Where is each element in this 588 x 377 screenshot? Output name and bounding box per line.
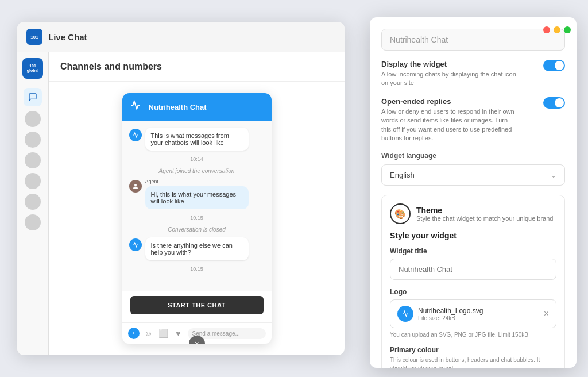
theme-card-subtitle: Style the chat widget to match your uniq… — [416, 215, 553, 222]
main-window: 101 Live Chat 101global Channels and — [17, 22, 345, 355]
open-ended-row: Open-ended replies Allow or deny end use… — [381, 97, 565, 143]
chat-emoji-icon[interactable]: ☺ — [143, 328, 154, 339]
sidebar-item-6[interactable] — [25, 214, 41, 230]
app-title: Live Chat — [48, 32, 87, 42]
logo-label: Logo — [390, 288, 556, 296]
window-minimize-button[interactable] — [554, 26, 560, 33]
display-widget-desc: Allow incoming chats by displaying the c… — [381, 70, 519, 88]
start-chat-button[interactable]: START THE CHAT — [130, 296, 264, 314]
widget-title-input[interactable] — [390, 259, 556, 280]
system-message-2: Conversation is closed — [129, 226, 265, 233]
page-body: Nutrihealth Chat This is what messages f… — [49, 82, 345, 355]
window-controls — [543, 26, 571, 33]
svg-point-0 — [134, 184, 137, 186]
agent-message-time: 10:15 — [129, 215, 265, 221]
bot-bubble-2: Is there anything else we can help you w… — [145, 237, 249, 260]
page-area: Channels and numbers Nutrihealth Chat — [49, 52, 345, 355]
chat-widget-preview: Nutrihealth Chat This is what messages f… — [122, 93, 272, 344]
agent-name: Agent — [145, 179, 249, 184]
open-ended-title: Open-ended replies — [381, 97, 543, 106]
sidebar-item-chat[interactable] — [24, 88, 42, 106]
sidebar-item-2[interactable] — [25, 132, 41, 148]
language-select[interactable]: English ⌄ — [381, 164, 565, 186]
logo-file-details: Nutrihealth_Logo.svg File size: 24kB — [418, 307, 483, 321]
chat-add-icon[interactable]: + — [128, 328, 140, 339]
main-content: 101global Channels and numbers — [17, 52, 345, 355]
language-value: English — [390, 171, 415, 179]
theme-card-header: 🎨 Theme Style the chat widget to match y… — [390, 203, 556, 224]
logo-remove-button[interactable]: × — [544, 309, 549, 319]
style-widget-heading: Style your widget — [390, 231, 556, 240]
agent-bubble: Hi, this is what your messages will look… — [145, 186, 249, 209]
bot-message-time-1: 10:14 — [129, 156, 265, 162]
logo-upload-box: Nutrihealth_Logo.svg File size: 24kB × — [390, 299, 556, 328]
theme-card-title: Theme — [416, 206, 553, 215]
display-widget-row: Display the widget Allow incoming chats … — [381, 60, 565, 88]
bot-icon-1 — [129, 129, 142, 141]
upload-hint: You can upload an SVG, PNG or JPG file. … — [390, 332, 556, 338]
chat-footer-icons: + ☺ ⬜ ♥ — [128, 328, 184, 339]
display-widget-toggle[interactable] — [543, 60, 565, 71]
chat-messages: This is what messages from your chatbots… — [122, 121, 272, 291]
open-ended-label: Open-ended replies Allow or deny end use… — [381, 97, 543, 143]
window-maximize-button[interactable] — [564, 26, 571, 33]
chat-message-bot-2: Is there anything else we can help you w… — [129, 237, 265, 260]
widget-title-label: Widget title — [390, 247, 556, 255]
chat-header-icon — [130, 100, 144, 114]
window-close-button[interactable] — [543, 26, 550, 33]
chat-header-title: Nutrihealth Chat — [149, 103, 207, 111]
app-logo: 101 — [26, 29, 42, 45]
bot-icon-2 — [129, 238, 142, 251]
chat-widget-header: Nutrihealth Chat — [122, 93, 272, 121]
logo-info: Nutrihealth_Logo.svg File size: 24kB — [397, 306, 483, 322]
widget-language-label: Widget language — [381, 152, 565, 160]
open-ended-desc: Allow or deny end users to respond in th… — [381, 107, 519, 143]
sidebar-item-4[interactable] — [25, 173, 41, 189]
agent-avatar — [129, 180, 142, 193]
chat-message-bot-1: This is what messages from your chatbots… — [129, 128, 265, 151]
open-ended-toggle[interactable] — [543, 97, 565, 109]
logo-filename: Nutrihealth_Logo.svg — [418, 307, 483, 315]
primary-colour-label: Primary colour — [390, 346, 556, 354]
bot-message-time-2: 10:15 — [129, 266, 265, 272]
agent-info: Agent Hi, this is what your messages wil… — [145, 179, 249, 209]
logo-icon — [397, 306, 413, 322]
primary-colour-desc: This colour is used in buttons, headers … — [390, 356, 556, 368]
settings-title-input[interactable] — [381, 29, 565, 51]
sidebar-item-3[interactable] — [25, 152, 41, 168]
chat-heart-icon[interactable]: ♥ — [173, 328, 184, 339]
language-chevron-icon: ⌄ — [551, 171, 556, 179]
sidebar-item-5[interactable] — [25, 194, 41, 210]
theme-card: 🎨 Theme Style the chat widget to match y… — [381, 195, 565, 368]
theme-card-info: Theme Style the chat widget to match you… — [416, 206, 553, 222]
system-message-1: Agent joined the conversation — [129, 168, 265, 174]
sidebar-item-1[interactable] — [25, 111, 41, 127]
theme-icon: 🎨 — [390, 203, 411, 224]
page-header: Channels and numbers — [49, 52, 345, 82]
sidebar: 101global — [17, 52, 49, 355]
display-widget-label: Display the widget Allow incoming chats … — [381, 60, 543, 88]
settings-panel: Display the widget Allow incoming chats … — [370, 17, 577, 368]
titlebar: 101 Live Chat — [17, 22, 345, 52]
logo-filesize: File size: 24kB — [418, 315, 483, 321]
chat-image-icon[interactable]: ⬜ — [158, 328, 169, 339]
display-widget-title: Display the widget — [381, 60, 543, 68]
bot-bubble-1: This is what messages from your chatbots… — [145, 128, 249, 151]
page-title: Channels and numbers — [60, 61, 162, 71]
agent-message-1: Agent Hi, this is what your messages wil… — [129, 179, 265, 209]
sidebar-logo: 101global — [22, 58, 43, 79]
